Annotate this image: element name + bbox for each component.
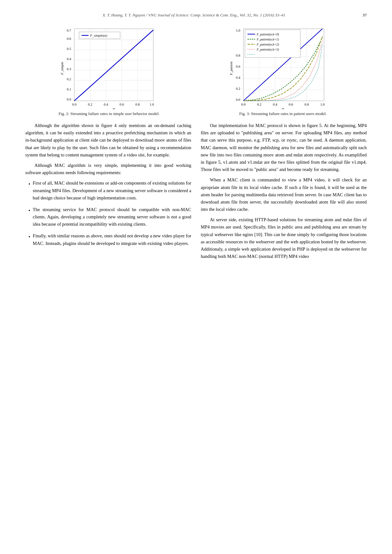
- svg-text:0.6: 0.6: [236, 64, 240, 68]
- page: X. T. Hoang, T. T. Nguyen / VNU Journal …: [0, 0, 392, 554]
- right-para2: When a MAC client is commanded to view a…: [201, 176, 367, 213]
- svg-text:0.4: 0.4: [104, 102, 108, 106]
- svg-text:0.0: 0.0: [72, 102, 77, 106]
- svg-text:α: α: [113, 107, 115, 109]
- bullet-symbol-1: •: [28, 180, 30, 188]
- right-para1: Our implementation for MAC protocol is s…: [201, 122, 367, 173]
- svg-text:α: α: [282, 107, 284, 109]
- bullet-text-2: The streaming service for MAC protocol s…: [33, 206, 191, 228]
- svg-text:0.2: 0.2: [257, 102, 261, 106]
- bullet-text-1: First of all, MAC should be extensions o…: [33, 180, 191, 202]
- svg-text:F_patient: F_patient: [229, 61, 233, 76]
- svg-text:0.8: 0.8: [236, 53, 240, 57]
- right-para3: At server side, existing HTTP-based solu…: [201, 216, 367, 260]
- svg-text:0.2: 0.2: [67, 77, 71, 81]
- left-column: Although the algorithm shown in figure 4…: [25, 122, 191, 263]
- svg-text:0.6: 0.6: [119, 102, 124, 106]
- svg-text:0.6: 0.6: [289, 102, 293, 106]
- bullet-list: • First of all, MAC should be extensions…: [25, 180, 191, 247]
- left-para2: Although MAC algorithm is very simple, i…: [25, 162, 191, 176]
- svg-text:0.8: 0.8: [135, 102, 140, 106]
- figures-row: 0.0 0.1 0.2 0.3 0.4 0.5 0.6 0.7 F_simple…: [25, 27, 367, 116]
- bullet-item-3: • Finally, with similar reasons as above…: [28, 232, 191, 247]
- svg-text:F_patient(α;k=1): F_patient(α;k=1): [256, 38, 279, 41]
- right-column: Our implementation for MAC protocol is s…: [201, 122, 367, 263]
- svg-line-27: [74, 30, 153, 101]
- bullet-symbol-3: •: [28, 233, 30, 241]
- figure-3-caption: Fig. 3: Streaming failure rates in patie…: [239, 111, 327, 116]
- svg-text:0.4: 0.4: [67, 57, 71, 61]
- figure-3-block: 0.0 0.2 0.4 0.6 0.8 1.0 F_patient 0.0 0.…: [199, 27, 367, 116]
- bullet-item-2: • The streaming service for MAC protocol…: [28, 206, 191, 228]
- svg-text:0.8: 0.8: [304, 102, 309, 106]
- svg-text:0.4: 0.4: [236, 76, 240, 79]
- header: X. T. Hoang, T. T. Nguyen / VNU Journal …: [25, 13, 367, 18]
- header-title: X. T. Hoang, T. T. Nguyen / VNU Journal …: [25, 13, 363, 18]
- svg-text:0.3: 0.3: [67, 67, 71, 71]
- svg-text:0.6: 0.6: [67, 37, 71, 40]
- figure-2-block: 0.0 0.1 0.2 0.3 0.4 0.5 0.6 0.7 F_simple…: [25, 27, 193, 116]
- svg-text:0.2: 0.2: [236, 87, 240, 90]
- bullet-text-3: Finally, with similar reasons as above, …: [33, 232, 191, 247]
- main-columns: Although the algorithm shown in figure 4…: [25, 122, 367, 263]
- svg-text:0.0: 0.0: [241, 102, 246, 106]
- svg-text:F_patient(α;k=5): F_patient(α;k=5): [256, 48, 279, 52]
- svg-text:1.0: 1.0: [150, 102, 154, 106]
- bullet-item-1: • First of all, MAC should be extensions…: [28, 180, 191, 202]
- figure-2-caption: Fig. 2: Streaming failure rates in simpl…: [58, 111, 160, 116]
- svg-text:F_patient(α;k=2): F_patient(α;k=2): [256, 43, 279, 46]
- bullet-symbol-2: •: [28, 207, 30, 215]
- svg-text:F_simple(α): F_simple(α): [90, 33, 107, 38]
- svg-text:0.2: 0.2: [88, 102, 92, 106]
- svg-text:0.7: 0.7: [67, 28, 71, 32]
- svg-text:1.0: 1.0: [320, 102, 325, 106]
- left-para1: Although the algorithm shown in figure 4…: [25, 122, 191, 159]
- svg-text:0.1: 0.1: [67, 87, 71, 91]
- svg-text:0.4: 0.4: [273, 102, 277, 106]
- svg-text:0.5: 0.5: [67, 47, 71, 51]
- figure-3-chart: 0.0 0.2 0.4 0.6 0.8 1.0 F_patient 0.0 0.…: [229, 27, 337, 109]
- svg-text:0.0: 0.0: [67, 97, 71, 101]
- header-page-number: 37: [363, 13, 367, 18]
- svg-text:F_simple: F_simple: [60, 62, 64, 75]
- svg-text:F_patient(α;k=0): F_patient(α;k=0): [256, 33, 279, 36]
- svg-text:1.0: 1.0: [236, 28, 240, 32]
- figure-2-chart: 0.0 0.1 0.2 0.3 0.4 0.5 0.6 0.7 F_simple…: [60, 27, 158, 109]
- svg-text:0.0: 0.0: [236, 98, 240, 101]
